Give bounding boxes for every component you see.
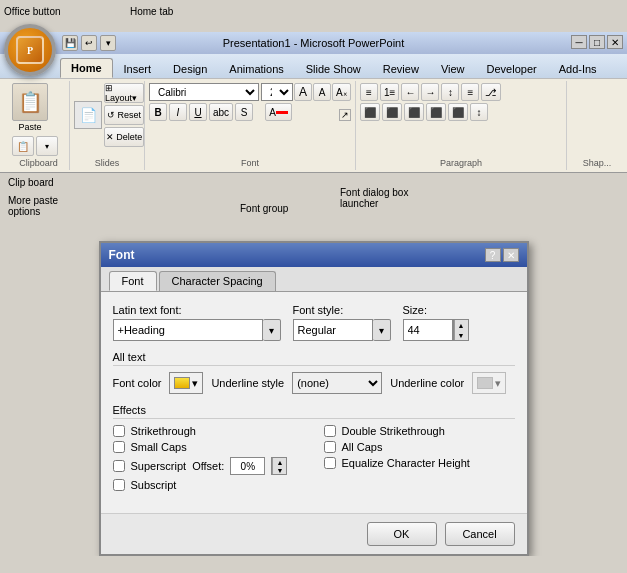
font-dialog-launcher[interactable]: ↗ — [339, 109, 351, 121]
latin-font-dropdown[interactable]: ▾ — [263, 319, 281, 341]
all-text-section: All text Font color ▾ Underline style (n… — [113, 351, 515, 394]
reset-button[interactable]: ↺ Reset — [104, 105, 144, 125]
equalize-height-checkbox[interactable] — [324, 457, 336, 469]
ribbon-font-name[interactable]: Calibri — [149, 83, 259, 101]
clipboard-group: 📋 Paste 📋 ▾ Clipboard — [0, 81, 70, 170]
small-caps-checkbox[interactable] — [324, 425, 336, 437]
font-color-button[interactable]: ▾ — [169, 372, 203, 394]
latin-font-input[interactable] — [113, 319, 263, 341]
delete-button[interactable]: ✕ Delete — [104, 127, 144, 147]
font-style-input[interactable] — [293, 319, 373, 341]
quick-access-dropdown[interactable]: ▾ — [100, 35, 116, 51]
outdent-button[interactable]: ← — [401, 83, 419, 101]
quick-access-undo[interactable]: ↩ — [81, 35, 97, 51]
strikethrough-checkbox[interactable] — [113, 425, 125, 437]
new-slide-button[interactable]: 📄 — [74, 101, 102, 129]
tab-font[interactable]: Font — [109, 271, 157, 291]
tab-addins[interactable]: Add-Ins — [548, 58, 608, 78]
clear-format-button[interactable]: Aₓ — [332, 83, 351, 101]
tab-character-spacing[interactable]: Character Spacing — [159, 271, 276, 291]
align-right-button[interactable]: ⬛ — [404, 103, 424, 121]
ribbon-font-size[interactable]: 24 — [261, 83, 293, 101]
ok-button[interactable]: OK — [367, 522, 437, 546]
underline-color-label: Underline color — [390, 377, 464, 389]
text-direction-button[interactable]: ↕ — [441, 83, 459, 101]
dialog-title-buttons: ? ✕ — [485, 248, 519, 262]
dialog-close-button[interactable]: ✕ — [503, 248, 519, 262]
offset-input[interactable] — [230, 457, 265, 475]
italic-button[interactable]: I — [169, 103, 187, 121]
home-tab-label: Home tab — [130, 6, 173, 17]
all-text-label: All text — [113, 351, 515, 366]
shadow-button[interactable]: S — [235, 103, 253, 121]
tab-animations[interactable]: Animations — [218, 58, 294, 78]
indent-button[interactable]: → — [421, 83, 439, 101]
cancel-button[interactable]: Cancel — [445, 522, 515, 546]
font-fields-row: Latin text font: ▾ Font style: ▾ Size: — [113, 304, 515, 341]
paste-label: Paste — [18, 122, 41, 132]
font-size-input[interactable] — [403, 319, 453, 341]
all-caps-checkbox[interactable] — [324, 441, 336, 453]
font-color-button[interactable]: A — [265, 103, 292, 121]
size-down-button[interactable]: ▼ — [454, 330, 468, 340]
dialog-tabs: Font Character Spacing — [101, 267, 527, 292]
double-strikethrough-checkbox[interactable] — [113, 441, 125, 453]
numbering-button[interactable]: 1≡ — [380, 83, 399, 101]
tab-review[interactable]: Review — [372, 58, 430, 78]
layout-button[interactable]: ⊞ Layout▾ — [104, 83, 144, 103]
align-left-button[interactable]: ⬛ — [360, 103, 380, 121]
effects-grid: Strikethrough Small Caps Superscript Off… — [113, 425, 515, 491]
all-caps-label: All Caps — [342, 441, 383, 453]
tab-view[interactable]: View — [430, 58, 476, 78]
slides-label: Slides — [95, 156, 120, 168]
offset-down-button[interactable]: ▼ — [272, 466, 286, 474]
subscript-checkbox[interactable] — [113, 479, 125, 491]
tab-insert[interactable]: Insert — [113, 58, 163, 78]
justify-button[interactable]: ⬛ — [426, 103, 446, 121]
size-up-button[interactable]: ▲ — [454, 320, 468, 330]
underline-color-swatch — [477, 377, 493, 389]
offset-up-button[interactable]: ▲ — [272, 458, 286, 466]
quick-access-save[interactable]: 💾 — [62, 35, 78, 51]
font-size-spinner: ▲ ▼ — [453, 319, 469, 341]
tab-design[interactable]: Design — [162, 58, 218, 78]
underline-style-select[interactable]: (none) — [292, 372, 382, 394]
bold-button[interactable]: B — [149, 103, 167, 121]
office-button[interactable]: P — [4, 24, 56, 76]
align-text-button[interactable]: ≡ — [461, 83, 479, 101]
line-spacing-button[interactable]: ↕ — [470, 103, 488, 121]
underline-button[interactable]: U — [189, 103, 207, 121]
column-button[interactable]: ⬛ — [448, 103, 468, 121]
smartart-button[interactable]: ⎇ — [481, 83, 501, 101]
font-decrease-button[interactable]: A — [313, 83, 331, 101]
font-style-dropdown[interactable]: ▾ — [373, 319, 391, 341]
strikethrough-label: Strikethrough — [131, 425, 196, 437]
font-dialog-annotation: Font dialog box launcher — [340, 187, 408, 209]
paste-button[interactable]: 📋 Paste — [12, 83, 48, 132]
close-button[interactable]: ✕ — [607, 35, 623, 49]
dialog-help-button[interactable]: ? — [485, 248, 501, 262]
more-paste-button[interactable]: ▾ — [36, 136, 58, 156]
underline-color-button[interactable]: ▾ — [472, 372, 506, 394]
font-color-dropdown-arrow[interactable]: ▾ — [192, 377, 198, 390]
align-center-button[interactable]: ⬛ — [382, 103, 402, 121]
double-strikethrough-label: Small Caps — [131, 441, 187, 453]
maximize-button[interactable]: □ — [589, 35, 605, 49]
clipboard-icon: 📋 — [12, 136, 34, 156]
font-increase-button[interactable]: A — [294, 83, 312, 101]
bullets-button[interactable]: ≡ — [360, 83, 378, 101]
latin-font-group: Latin text font: ▾ — [113, 304, 281, 341]
font-group-annotation: Font group — [240, 203, 288, 214]
title-bar-text: Presentation1 - Microsoft PowerPoint — [223, 37, 405, 49]
tab-slideshow[interactable]: Slide Show — [295, 58, 372, 78]
minimize-button[interactable]: ─ — [571, 35, 587, 49]
more-paste-annotation: More paste options — [8, 195, 58, 217]
ribbon: P 💾 ↩ ▾ Presentation1 - Microsoft PowerP… — [0, 32, 627, 173]
effects-left: Strikethrough Small Caps Superscript Off… — [113, 425, 304, 491]
tab-developer[interactable]: Developer — [476, 58, 548, 78]
offset-spinner: ▲ ▼ — [271, 457, 287, 475]
tab-home[interactable]: Home — [60, 58, 113, 78]
superscript-checkbox[interactable] — [113, 460, 125, 472]
strikethrough-button[interactable]: abc — [209, 103, 233, 121]
shapes-label: Shap... — [583, 158, 612, 168]
